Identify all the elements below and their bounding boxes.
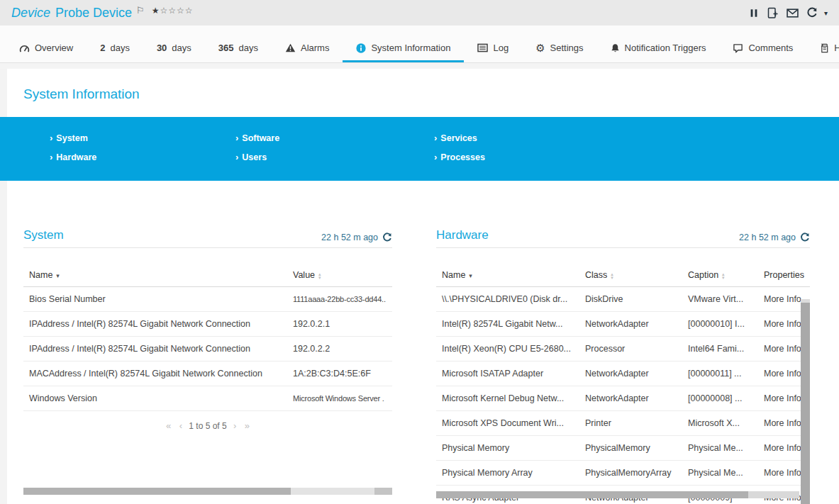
row-value: 192.0.2.1 [287,312,392,337]
tab-2-days[interactable]: 2 days [87,36,143,62]
system-horizontal-scrollbar[interactable] [23,488,392,495]
row-class: PhysicalMemory [579,436,682,461]
sort-both-icon: ▴▾ [722,272,725,279]
hardware-column-properties[interactable]: Properties [758,270,810,287]
table-row: Windows Version Microsoft Windows Server… [23,386,392,411]
row-caption: Microsoft X... [682,411,758,436]
hardware-horizontal-scrollbar[interactable] [436,491,799,498]
refresh-icon[interactable] [800,233,810,242]
gauge-icon [19,43,30,52]
tab-label: days [239,43,258,53]
tab-label: Comments [748,43,793,53]
prev-page-button[interactable]: ‹ [177,420,185,431]
row-name: Physical Memory Array [436,461,579,486]
hardware-vertical-scrollbar[interactable] [801,299,810,504]
last-page-button[interactable]: » [242,420,252,431]
priority-stars[interactable]: ★☆☆☆☆ [152,6,194,16]
page-title: System Information [7,69,839,117]
tab-log[interactable]: Log [464,36,522,62]
row-name: MACAddress / Intel(R) 82574L Gigabit Net… [23,362,287,386]
first-page-button[interactable]: « [163,420,174,431]
row-caption: Physical Me... [682,461,758,486]
scrollbar-thumb[interactable] [801,303,810,504]
row-name: Microsoft Kernel Debug Netw... [436,386,579,411]
tab-alarms[interactable]: Alarms [272,36,343,62]
star-filled-icon[interactable]: ★ [152,6,160,16]
row-caption: Intel64 Fami... [682,337,758,362]
system-column-value[interactable]: Value▴▾ [287,270,392,287]
row-class: PhysicalMemoryArray [579,461,682,486]
history-icon [820,43,829,53]
quicklink-software[interactable]: ›Software [235,133,434,143]
info-icon [356,43,366,53]
device-name-label: Probe Device [55,6,132,21]
tab-label: System Information [371,43,450,53]
tab-30-days[interactable]: 30 days [143,36,205,62]
sort-desc-icon: ▾ [56,272,60,279]
row-class: NetworkAdapter [579,386,682,411]
row-value: 1A:2B:C3:D4:5E:6F [287,362,392,386]
scrollbar-thumb[interactable] [23,488,291,495]
row-name: Windows Version [23,386,287,411]
tab-label: days [172,43,191,53]
quicklinks-band: ›System ›Hardware ›Software ›Users ›Serv… [0,117,839,181]
email-icon[interactable] [787,8,799,18]
row-name: Bios Serial Number [23,287,287,312]
next-page-button[interactable]: › [230,420,239,431]
star-empty-icons[interactable]: ☆☆☆☆ [160,6,194,16]
row-caption: Physical Me... [682,436,758,461]
system-table: Name▾ Value▴▾ Bios Serial Number 1111aaa… [23,270,392,411]
row-name: Intel(R) Xeon(R) CPU E5-2680... [436,337,579,362]
tab-notification-triggers[interactable]: Notification Triggers [597,36,720,62]
table-row: Bios Serial Number 1111aaaa-22bb-cc33-dd… [23,287,392,312]
tab-365-days[interactable]: 365 days [205,36,272,62]
system-column-name[interactable]: Name▾ [23,270,287,287]
row-name: Intel(R) 82574L Gigabit Netw... [436,312,579,337]
tab-label-number: 2 [100,43,105,53]
quicklink-services[interactable]: ›Services [434,133,485,143]
row-name: IPAddress / Intel(R) 82574L Gigabit Netw… [23,337,287,362]
table-row: \\.\PHYSICALDRIVE0 (Disk dr... DiskDrive… [436,287,810,312]
quicklink-processes[interactable]: ›Processes [434,152,485,162]
tab-overview[interactable]: Overview [6,36,87,62]
tab-label: Notification Triggers [625,43,706,53]
topbar-actions: ▾ [749,7,828,19]
tab-label: Log [493,43,509,53]
row-caption: VMware Virt... [682,287,758,312]
hardware-table: Name▾ Class▴▾ Caption▴▾ Properties \\.\P… [436,270,810,504]
tab-system-information[interactable]: System Information [343,36,464,62]
hardware-column-class[interactable]: Class▴▾ [579,270,682,287]
chevron-right-icon: › [235,133,238,143]
tab-settings[interactable]: ⚙ Settings [522,36,596,62]
refresh-icon[interactable] [382,233,392,242]
add-report-icon[interactable] [767,7,779,19]
comment-icon [733,43,743,53]
device-type-label: Device [11,6,50,21]
tab-history[interactable]: History [806,36,839,62]
content-area: System 22 h 52 m ago Name▾ Value▴▾ [7,181,839,504]
tab-comments[interactable]: Comments [719,36,806,62]
pause-icon[interactable] [749,8,759,18]
hardware-column-caption[interactable]: Caption▴▾ [682,270,758,287]
row-value: 1111aaaa-22bb-cc33-dd44.. [287,287,392,312]
flag-icon[interactable]: ⚐ [136,5,145,16]
tab-label: days [110,43,129,53]
refresh-icon[interactable] [806,7,818,18]
table-row: IPAddress / Intel(R) 82574L Gigabit Netw… [23,312,392,337]
sort-both-icon: ▴▾ [318,272,321,279]
scrollbar-thumb[interactable] [436,491,748,498]
row-name: Microsoft XPS Document Wri... [436,411,579,436]
quicklink-hardware[interactable]: ›Hardware [50,152,235,162]
topbar: Device Probe Device ⚐ ★☆☆☆☆ ▾ [0,0,839,26]
hardware-column-name[interactable]: Name▾ [436,270,579,287]
row-name: Microsoft ISATAP Adapter [436,362,579,386]
chevron-right-icon: › [50,152,52,162]
quicklink-users[interactable]: ›Users [235,152,434,162]
tab-label: Overview [35,43,73,53]
table-row: Microsoft ISATAP Adapter NetworkAdapter … [436,362,810,386]
tab-bar: Overview 2 days 30 days 365 days Alarms … [0,26,839,69]
table-row: Microsoft XPS Document Wri... Printer Mi… [436,411,810,436]
chevron-down-icon[interactable]: ▾ [824,9,828,17]
row-class: DiskDrive [579,287,682,312]
quicklink-system[interactable]: ›System [50,133,235,143]
